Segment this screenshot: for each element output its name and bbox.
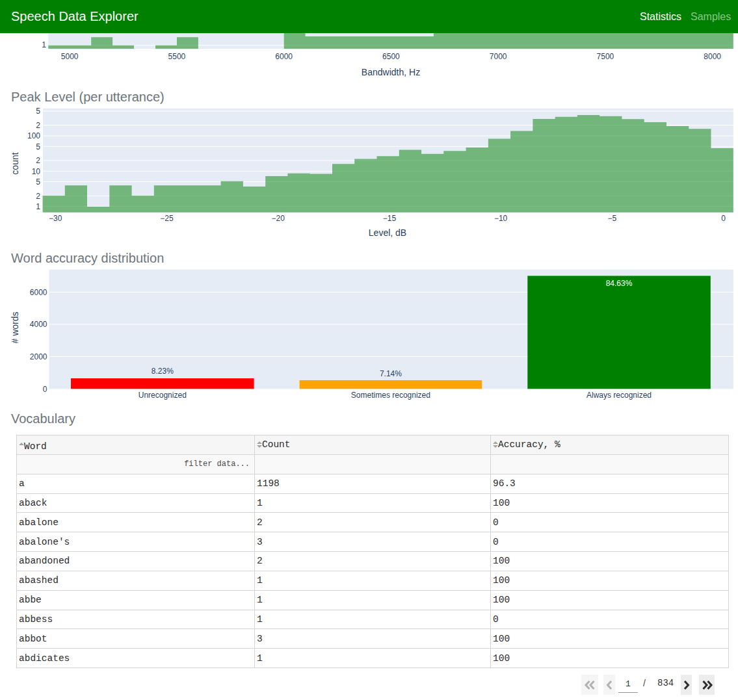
svg-text:6000: 6000 [30,288,47,297]
svg-text:−5: −5 [607,214,616,223]
svg-text:10: 10 [32,167,41,176]
svg-text:0: 0 [43,385,47,394]
svg-text:6500: 6500 [382,52,400,61]
svg-text:0: 0 [721,214,726,223]
svg-text:1: 1 [42,40,46,49]
svg-text:−15: −15 [383,214,397,223]
svg-text:Bandwidth, Hz: Bandwidth, Hz [362,67,420,77]
svg-text:−25: −25 [160,214,174,223]
svg-text:7.14%: 7.14% [380,369,402,378]
svg-text:5: 5 [36,177,40,187]
svg-text:6000: 6000 [275,52,293,61]
svg-text:2: 2 [36,156,40,165]
svg-text:5500: 5500 [168,52,186,61]
svg-text:2: 2 [36,121,40,130]
svg-text:−20: −20 [272,214,285,223]
svg-text:7500: 7500 [597,52,614,61]
svg-text:84.63%: 84.63% [606,279,633,288]
svg-text:−30: −30 [49,214,62,223]
svg-text:# words: # words [10,311,20,343]
svg-text:5: 5 [36,107,40,116]
svg-text:Sometimes recognized: Sometimes recognized [351,391,430,400]
svg-text:8000: 8000 [704,52,721,61]
svg-text:Always recognized: Always recognized [586,391,652,400]
svg-text:count: count [10,152,20,174]
svg-text:2000: 2000 [30,352,47,361]
svg-text:8.23%: 8.23% [152,367,174,376]
svg-text:1: 1 [36,202,40,211]
svg-text:−10: −10 [494,214,508,223]
svg-text:Level, dB: Level, dB [369,227,406,238]
svg-text:100: 100 [27,131,40,140]
svg-text:5000: 5000 [61,52,79,61]
svg-text:5: 5 [36,142,40,151]
svg-text:Unrecognized: Unrecognized [138,391,187,400]
svg-text:4000: 4000 [30,320,47,329]
svg-text:2: 2 [36,192,40,201]
svg-text:7000: 7000 [490,52,507,61]
